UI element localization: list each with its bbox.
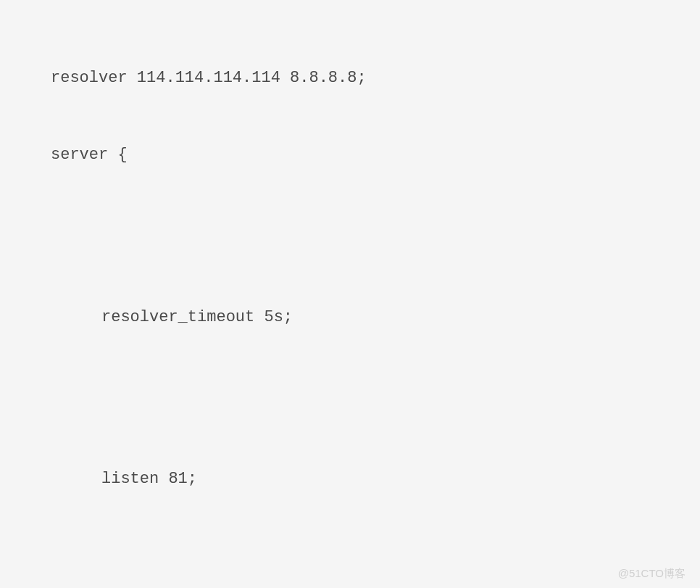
blank-line (51, 218, 649, 253)
code-line-resolver-timeout: resolver_timeout 5s; (51, 305, 649, 330)
code-line-server-open: server { (51, 142, 649, 167)
watermark: @51CTO博客 (618, 567, 686, 581)
blank-line (51, 381, 649, 415)
code-line-listen: listen 81; (51, 466, 649, 492)
code-line-resolver: resolver 114.114.114.114 8.8.8.8; (51, 65, 649, 91)
code-block: resolver 114.114.114.114 8.8.8.8; server… (0, 0, 700, 588)
blank-line (51, 543, 649, 578)
